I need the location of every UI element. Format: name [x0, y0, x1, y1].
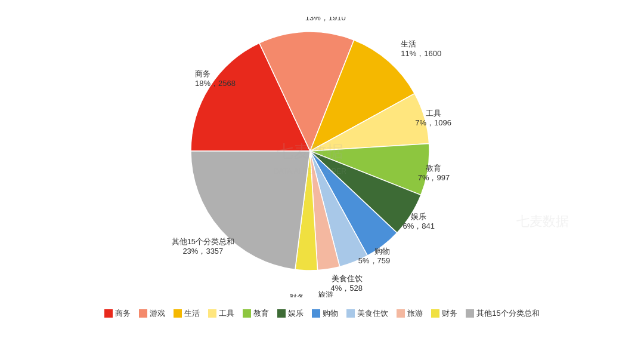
legend-item: 其他15个分类总和 [466, 308, 539, 319]
svg-text:6%，841: 6%，841 [403, 222, 435, 230]
legend-label: 娱乐 [288, 308, 304, 319]
svg-text:美食住饮: 美食住饮 [332, 274, 363, 283]
legend-label: 商务 [115, 308, 131, 319]
legend-label: 游戏 [150, 308, 165, 319]
legend-label: 其他15个分类总和 [476, 308, 539, 319]
legend-label: 美食住饮 [357, 308, 388, 319]
legend-item: 生活 [174, 308, 200, 319]
legend-item: 教育 [243, 308, 269, 319]
svg-text:旅游: 旅游 [318, 290, 333, 297]
legend-item: 商务 [104, 308, 131, 319]
legend-label: 工具 [219, 308, 234, 319]
svg-text:教育: 教育 [426, 164, 441, 173]
legend-item: 游戏 [139, 308, 165, 319]
svg-text:DATA.AI.DEVELOPER: DATA.AI.DEVELOPER [274, 167, 346, 176]
svg-text:财务: 财务 [289, 293, 305, 297]
legend-label: 财务 [442, 308, 457, 319]
legend-color-box [277, 309, 286, 318]
legend-color-box [312, 309, 320, 318]
chart-area: 七麦数据DATA.AI.DEVELOPER七麦数据商务18%，2568游戏13%… [54, 17, 590, 303]
legend-color-box [104, 309, 113, 318]
legend-color-box [139, 309, 147, 318]
legend-color-box [174, 309, 182, 318]
legend-item: 购物 [312, 308, 338, 319]
legend: 商务游戏生活工具教育娱乐购物美食住饮旅游财务其他15个分类总和 [92, 303, 551, 324]
svg-text:18%，2568: 18%，2568 [195, 79, 236, 88]
pie-chart: 七麦数据DATA.AI.DEVELOPER七麦数据商务18%，2568游戏13%… [54, 17, 590, 297]
svg-text:其他15个分类总和: 其他15个分类总和 [172, 237, 234, 246]
svg-text:5%，759: 5%，759 [358, 256, 390, 265]
svg-text:7%，1096: 7%，1096 [415, 118, 451, 127]
legend-color-box [466, 309, 474, 318]
legend-color-box [431, 309, 439, 318]
svg-text:七麦数据: 七麦数据 [516, 214, 569, 229]
svg-text:13%，1910: 13%，1910 [305, 17, 346, 22]
legend-color-box [397, 309, 405, 318]
legend-item: 娱乐 [277, 308, 304, 319]
legend-color-box [346, 309, 355, 318]
chart-container: 七麦数据DATA.AI.DEVELOPER七麦数据商务18%，2568游戏13%… [0, 0, 644, 363]
legend-item: 财务 [431, 308, 457, 319]
legend-label: 购物 [323, 308, 338, 319]
svg-text:7%，997: 7%，997 [418, 173, 450, 182]
svg-text:娱乐: 娱乐 [411, 212, 426, 221]
svg-text:七麦数据: 七麦数据 [277, 142, 343, 161]
svg-text:工具: 工具 [426, 109, 441, 118]
legend-item: 美食住饮 [346, 308, 388, 319]
svg-text:商务: 商务 [195, 69, 210, 78]
legend-color-box [243, 309, 251, 318]
svg-text:生活: 生活 [401, 39, 416, 48]
legend-item: 旅游 [397, 308, 423, 319]
legend-color-box [208, 309, 216, 318]
legend-label: 生活 [184, 308, 200, 319]
legend-label: 旅游 [407, 308, 423, 319]
svg-text:23%，3357: 23%，3357 [182, 247, 223, 256]
legend-label: 教育 [253, 308, 269, 319]
svg-text:购物: 购物 [374, 247, 390, 256]
svg-text:11%，1600: 11%，1600 [401, 49, 441, 58]
legend-item: 工具 [208, 308, 234, 319]
svg-text:4%，528: 4%，528 [331, 284, 363, 293]
